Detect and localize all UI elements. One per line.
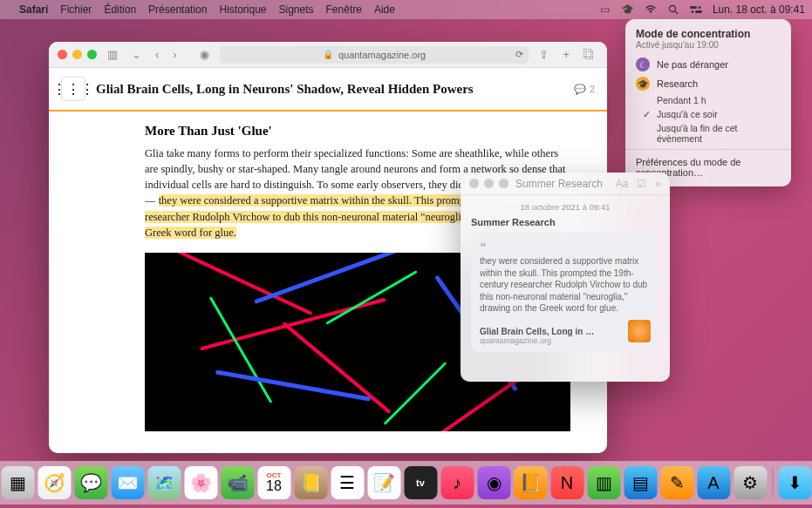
url-text: quantamagazine.org (338, 50, 426, 60)
focus-title: Mode de concentration (636, 28, 781, 40)
dock-pages[interactable]: ✎ (660, 466, 693, 499)
menu-view[interactable]: Présentation (148, 3, 207, 16)
dock-keynote[interactable]: ▤ (624, 466, 657, 499)
tabs-icon[interactable]: ⿻ (580, 48, 598, 61)
dock: 🙂 ▦ 🧭 💬 ✉️ 🗺️ 🌸 📹 OCT 18 📒 ☰ 📝 tv ♪ ◉ 📙 … (0, 461, 812, 505)
dock-books[interactable]: 📙 (514, 466, 547, 499)
focus-opt-evening[interactable]: Jusqu'à ce soir (625, 107, 791, 121)
dock-settings[interactable]: ⚙ (734, 466, 767, 499)
note-quote-text: they were considered a supportive matrix… (480, 255, 651, 315)
focus-research-row[interactable]: 🎓 Research (625, 74, 791, 93)
back-button[interactable]: ‹ (152, 48, 162, 61)
speech-bubble-icon: 💬 (574, 84, 586, 95)
dock-reminders[interactable]: ☰ (331, 466, 364, 499)
quick-note-window: Summer Research Aa ☑ » 18 octobre 2021 à… (461, 173, 670, 382)
dock-podcasts[interactable]: ◉ (477, 466, 510, 499)
shield-icon[interactable]: ◉ (196, 48, 213, 61)
expand-icon[interactable]: » (655, 178, 661, 190)
focus-opt-1h[interactable]: Pendant 1 h (625, 93, 791, 107)
menu-file[interactable]: Fichier (60, 3, 92, 16)
focus-dnd-label: Ne pas déranger (657, 59, 728, 70)
safari-toolbar: ▥ ⌄ ‹ › ◉ 🔒 quantamagazine.org ⟳ ⇪ + ⿻ (49, 42, 607, 68)
menubar-clock[interactable]: Lun. 18 oct. à 09:41 (713, 3, 805, 16)
quote-icon: ❝ (480, 240, 651, 254)
dock-mail[interactable]: ✉️ (111, 466, 144, 499)
text-format-icon[interactable]: Aa (616, 178, 629, 190)
close-button[interactable] (58, 50, 67, 59)
focus-mode-panel: Mode de concentration Activé jusqu'au 19… (625, 19, 791, 186)
note-window-title: Summer Research (515, 178, 603, 190)
lock-icon: 🔒 (323, 50, 333, 59)
menu-window[interactable]: Fenêtre (326, 3, 362, 16)
svg-point-5 (691, 10, 693, 13)
control-center-icon[interactable] (690, 5, 702, 14)
note-date: 18 octobre 2021 à 09:41 (471, 202, 659, 212)
dock-maps[interactable]: 🗺️ (147, 466, 181, 499)
reload-icon[interactable]: ⟳ (515, 49, 523, 60)
graduation-cap-icon: 🎓 (636, 77, 650, 91)
svg-point-3 (698, 6, 700, 9)
dock-music[interactable]: ♪ (440, 466, 474, 499)
note-source-title: Glial Brain Cells, Long in … (480, 327, 623, 336)
app-name-menu[interactable]: Safari (19, 3, 48, 16)
forward-button[interactable]: › (169, 48, 180, 61)
note-heading: Summer Research (471, 217, 659, 227)
note-fullscreen-button[interactable] (499, 179, 508, 188)
chevron-down-icon[interactable]: ⌄ (128, 48, 145, 61)
dock-contacts[interactable]: 📒 (294, 466, 327, 499)
menubar: Safari Fichier Édition Présentation Hist… (0, 0, 812, 19)
share-icon[interactable]: ⇪ (536, 48, 552, 61)
sidebar-toggle-icon[interactable]: ▥ (104, 48, 121, 61)
dock-numbers[interactable]: ▥ (587, 466, 620, 499)
note-source-thumbnail (628, 320, 651, 342)
site-logo[interactable]: ⋮⋮⋮ (61, 77, 85, 101)
svg-rect-2 (690, 6, 697, 9)
fullscreen-button[interactable] (87, 50, 97, 59)
dock-calendar[interactable]: OCT 18 (257, 466, 290, 499)
graduation-icon[interactable]: 🎓 (622, 3, 634, 16)
note-source-domain: quantamagazine.org (480, 336, 623, 345)
dock-appstore[interactable]: A (697, 466, 730, 499)
dock-downloads[interactable]: ⬇ (778, 466, 811, 499)
svg-rect-4 (695, 10, 702, 13)
dock-messages[interactable]: 💬 (74, 466, 107, 499)
focus-opt-end-event[interactable]: Jusqu'à la fin de cet évènement (625, 121, 791, 146)
moon-icon: ☾ (636, 58, 650, 71)
menu-help[interactable]: Aide (374, 3, 395, 16)
svg-line-1 (675, 11, 678, 14)
spotlight-icon[interactable] (667, 4, 679, 15)
comments-count[interactable]: 💬 2 (574, 84, 595, 95)
note-minimize-button[interactable] (484, 179, 494, 188)
menu-edit[interactable]: Édition (104, 3, 136, 16)
note-close-button[interactable] (469, 179, 479, 188)
menu-bookmarks[interactable]: Signets (279, 3, 314, 16)
note-body[interactable]: 18 octobre 2021 à 09:41 Summer Research … (461, 195, 670, 382)
dock-photos[interactable]: 🌸 (184, 466, 217, 499)
note-quote-card[interactable]: ❝ they were considered a supportive matr… (471, 233, 659, 352)
focus-dnd-row[interactable]: ☾ Ne pas déranger (625, 55, 791, 74)
article-headline: Glial Brain Cells, Long in Neurons' Shad… (96, 82, 563, 97)
focus-research-label: Research (657, 78, 698, 89)
dock-news[interactable]: N (550, 466, 583, 499)
dock-launchpad[interactable]: ▦ (1, 466, 34, 499)
menu-history[interactable]: Historique (219, 3, 266, 16)
dock-facetime[interactable]: 📹 (221, 466, 254, 499)
article-subheading: More Than Just 'Glue' (145, 124, 570, 139)
dock-separator (772, 468, 773, 498)
dock-safari[interactable]: 🧭 (38, 466, 71, 499)
minimize-button[interactable] (72, 50, 82, 59)
dock-notes[interactable]: 📝 (367, 466, 400, 499)
new-tab-icon[interactable]: + (559, 48, 573, 61)
dock-tv[interactable]: tv (404, 466, 437, 499)
display-icon[interactable]: ▭ (599, 3, 611, 16)
wifi-icon[interactable] (645, 5, 657, 14)
checklist-icon[interactable]: ☑ (637, 178, 646, 190)
address-bar[interactable]: 🔒 quantamagazine.org ⟳ (220, 46, 529, 64)
svg-point-0 (669, 6, 675, 12)
focus-subtitle: Activé jusqu'au 19:00 (636, 40, 781, 50)
